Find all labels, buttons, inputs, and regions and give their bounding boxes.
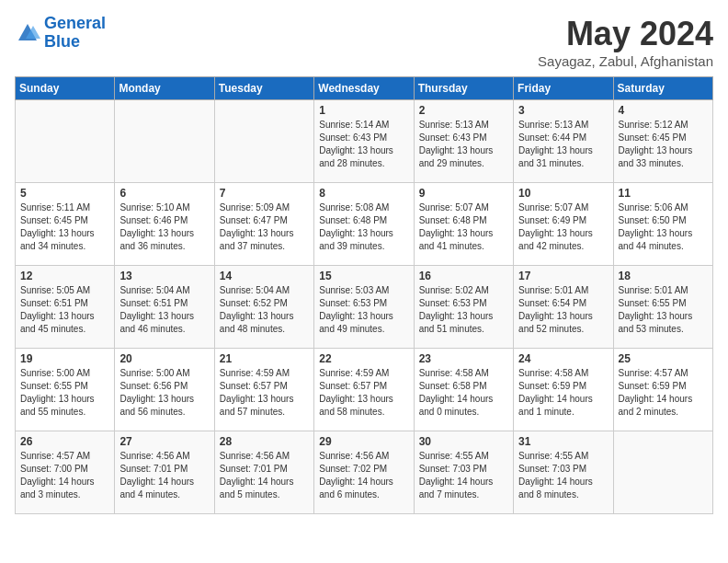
- day-number: 7: [220, 187, 309, 200]
- calendar-cell: 13Sunrise: 5:04 AM Sunset: 6:51 PM Dayli…: [115, 266, 214, 349]
- day-number: 11: [619, 187, 708, 200]
- cell-content: Sunrise: 4:57 AM Sunset: 7:00 PM Dayligh…: [20, 450, 109, 501]
- cell-content: Sunrise: 5:04 AM Sunset: 6:52 PM Dayligh…: [220, 284, 309, 336]
- calendar-cell: 25Sunrise: 4:57 AM Sunset: 6:59 PM Dayli…: [613, 349, 712, 431]
- calendar-week-row: 1Sunrise: 5:14 AM Sunset: 6:43 PM Daylig…: [16, 100, 713, 183]
- cell-content: Sunrise: 5:10 AM Sunset: 6:46 PM Dayligh…: [119, 201, 209, 253]
- cell-content: Sunrise: 5:06 AM Sunset: 6:50 PM Dayligh…: [619, 201, 708, 253]
- day-number: 26: [20, 435, 109, 448]
- cell-content: Sunrise: 4:56 AM Sunset: 7:01 PM Dayligh…: [220, 450, 309, 501]
- day-number: 1: [319, 104, 408, 117]
- day-number: 5: [20, 187, 109, 200]
- cell-content: Sunrise: 4:59 AM Sunset: 6:57 PM Dayligh…: [319, 367, 408, 419]
- calendar-cell: 14Sunrise: 5:04 AM Sunset: 6:52 PM Dayli…: [214, 266, 313, 349]
- logo-icon: [15, 20, 40, 46]
- calendar-cell: 29Sunrise: 4:56 AM Sunset: 7:02 PM Dayli…: [314, 431, 414, 514]
- day-number: 20: [119, 352, 209, 365]
- cell-content: Sunrise: 5:08 AM Sunset: 6:48 PM Dayligh…: [319, 201, 408, 253]
- day-number: 12: [20, 270, 109, 282]
- cell-content: Sunrise: 5:02 AM Sunset: 6:53 PM Dayligh…: [419, 284, 508, 336]
- cell-content: Sunrise: 5:13 AM Sunset: 6:43 PM Dayligh…: [419, 119, 508, 170]
- cell-content: Sunrise: 5:13 AM Sunset: 6:44 PM Dayligh…: [518, 119, 608, 170]
- day-number: 28: [220, 435, 309, 448]
- cell-content: Sunrise: 5:04 AM Sunset: 6:51 PM Dayligh…: [119, 284, 209, 336]
- day-number: 24: [518, 352, 608, 365]
- day-number: 31: [518, 435, 608, 448]
- calendar-cell: 2Sunrise: 5:13 AM Sunset: 6:43 PM Daylig…: [414, 100, 513, 183]
- day-of-week-header: Sunday: [16, 77, 115, 100]
- cell-content: Sunrise: 5:01 AM Sunset: 6:55 PM Dayligh…: [619, 284, 708, 336]
- day-number: 17: [518, 270, 608, 282]
- calendar-cell: 3Sunrise: 5:13 AM Sunset: 6:44 PM Daylig…: [514, 100, 613, 183]
- cell-content: Sunrise: 5:05 AM Sunset: 6:51 PM Dayligh…: [20, 284, 109, 336]
- calendar-cell: 11Sunrise: 5:06 AM Sunset: 6:50 PM Dayli…: [613, 183, 712, 266]
- location: Sayagaz, Zabul, Afghanistan: [538, 53, 713, 69]
- day-number: 21: [220, 352, 309, 365]
- cell-content: Sunrise: 4:56 AM Sunset: 7:01 PM Dayligh…: [119, 450, 209, 501]
- calendar-cell: 9Sunrise: 5:07 AM Sunset: 6:48 PM Daylig…: [414, 183, 513, 266]
- title-block: May 2024 Sayagaz, Zabul, Afghanistan: [538, 15, 713, 69]
- calendar-table: SundayMondayTuesdayWednesdayThursdayFrid…: [15, 76, 713, 514]
- day-number: 22: [319, 352, 408, 365]
- cell-content: Sunrise: 4:58 AM Sunset: 6:58 PM Dayligh…: [419, 367, 508, 419]
- calendar-cell: 31Sunrise: 4:55 AM Sunset: 7:03 PM Dayli…: [514, 431, 613, 514]
- day-of-week-header: Friday: [514, 77, 613, 100]
- cell-content: Sunrise: 4:56 AM Sunset: 7:02 PM Dayligh…: [319, 450, 408, 501]
- calendar-cell: 15Sunrise: 5:03 AM Sunset: 6:53 PM Dayli…: [314, 266, 414, 349]
- calendar-cell: 5Sunrise: 5:11 AM Sunset: 6:45 PM Daylig…: [16, 183, 115, 266]
- cell-content: Sunrise: 4:55 AM Sunset: 7:03 PM Dayligh…: [419, 450, 508, 501]
- logo-text: General Blue: [44, 15, 106, 52]
- day-number: 8: [319, 187, 408, 200]
- calendar-cell: 6Sunrise: 5:10 AM Sunset: 6:46 PM Daylig…: [115, 183, 214, 266]
- calendar-cell: 19Sunrise: 5:00 AM Sunset: 6:55 PM Dayli…: [16, 349, 115, 431]
- calendar-cell: 23Sunrise: 4:58 AM Sunset: 6:58 PM Dayli…: [414, 349, 513, 431]
- day-number: 15: [319, 270, 408, 282]
- cell-content: Sunrise: 5:00 AM Sunset: 6:56 PM Dayligh…: [119, 367, 209, 419]
- day-number: 14: [220, 270, 309, 282]
- day-number: 13: [119, 270, 209, 282]
- cell-content: Sunrise: 5:00 AM Sunset: 6:55 PM Dayligh…: [20, 367, 109, 419]
- cell-content: Sunrise: 5:07 AM Sunset: 6:48 PM Dayligh…: [419, 201, 508, 253]
- calendar-cell: 21Sunrise: 4:59 AM Sunset: 6:57 PM Dayli…: [214, 349, 313, 431]
- cell-content: Sunrise: 5:03 AM Sunset: 6:53 PM Dayligh…: [319, 284, 408, 336]
- calendar-cell: 7Sunrise: 5:09 AM Sunset: 6:47 PM Daylig…: [214, 183, 313, 266]
- calendar-week-row: 12Sunrise: 5:05 AM Sunset: 6:51 PM Dayli…: [16, 266, 713, 349]
- day-number: 9: [419, 187, 508, 200]
- calendar-week-row: 5Sunrise: 5:11 AM Sunset: 6:45 PM Daylig…: [16, 183, 713, 266]
- cell-content: Sunrise: 5:09 AM Sunset: 6:47 PM Dayligh…: [220, 201, 309, 253]
- calendar-cell: 18Sunrise: 5:01 AM Sunset: 6:55 PM Dayli…: [613, 266, 712, 349]
- calendar-cell: 17Sunrise: 5:01 AM Sunset: 6:54 PM Dayli…: [514, 266, 613, 349]
- day-number: 23: [419, 352, 508, 365]
- calendar-cell: 22Sunrise: 4:59 AM Sunset: 6:57 PM Dayli…: [314, 349, 414, 431]
- calendar-cell: 30Sunrise: 4:55 AM Sunset: 7:03 PM Dayli…: [414, 431, 513, 514]
- day-number: 4: [619, 104, 708, 117]
- day-number: 6: [119, 187, 209, 200]
- day-of-week-header: Monday: [115, 77, 214, 100]
- cell-content: Sunrise: 5:14 AM Sunset: 6:43 PM Dayligh…: [319, 119, 408, 170]
- day-of-week-header: Thursday: [414, 77, 513, 100]
- day-number: 29: [319, 435, 408, 448]
- cell-content: Sunrise: 4:58 AM Sunset: 6:59 PM Dayligh…: [518, 367, 608, 419]
- calendar-cell: 27Sunrise: 4:56 AM Sunset: 7:01 PM Dayli…: [115, 431, 214, 514]
- day-header-row: SundayMondayTuesdayWednesdayThursdayFrid…: [16, 77, 713, 100]
- cell-content: Sunrise: 5:11 AM Sunset: 6:45 PM Dayligh…: [20, 201, 109, 253]
- day-number: 19: [20, 352, 109, 365]
- cell-content: Sunrise: 5:12 AM Sunset: 6:45 PM Dayligh…: [619, 119, 708, 170]
- day-number: 25: [619, 352, 708, 365]
- calendar-cell: 26Sunrise: 4:57 AM Sunset: 7:00 PM Dayli…: [16, 431, 115, 514]
- cell-content: Sunrise: 4:55 AM Sunset: 7:03 PM Dayligh…: [518, 450, 608, 501]
- calendar-week-row: 19Sunrise: 5:00 AM Sunset: 6:55 PM Dayli…: [16, 349, 713, 431]
- calendar-cell: [214, 100, 313, 183]
- calendar-cell: [613, 431, 712, 514]
- day-number: 3: [518, 104, 608, 117]
- calendar-cell: 24Sunrise: 4:58 AM Sunset: 6:59 PM Dayli…: [514, 349, 613, 431]
- day-number: 18: [619, 270, 708, 282]
- day-number: 2: [419, 104, 508, 117]
- calendar-week-row: 26Sunrise: 4:57 AM Sunset: 7:00 PM Dayli…: [16, 431, 713, 514]
- calendar-cell: 16Sunrise: 5:02 AM Sunset: 6:53 PM Dayli…: [414, 266, 513, 349]
- cell-content: Sunrise: 4:57 AM Sunset: 6:59 PM Dayligh…: [619, 367, 708, 419]
- day-number: 16: [419, 270, 508, 282]
- calendar-cell: 4Sunrise: 5:12 AM Sunset: 6:45 PM Daylig…: [613, 100, 712, 183]
- day-number: 27: [119, 435, 209, 448]
- calendar-cell: [115, 100, 214, 183]
